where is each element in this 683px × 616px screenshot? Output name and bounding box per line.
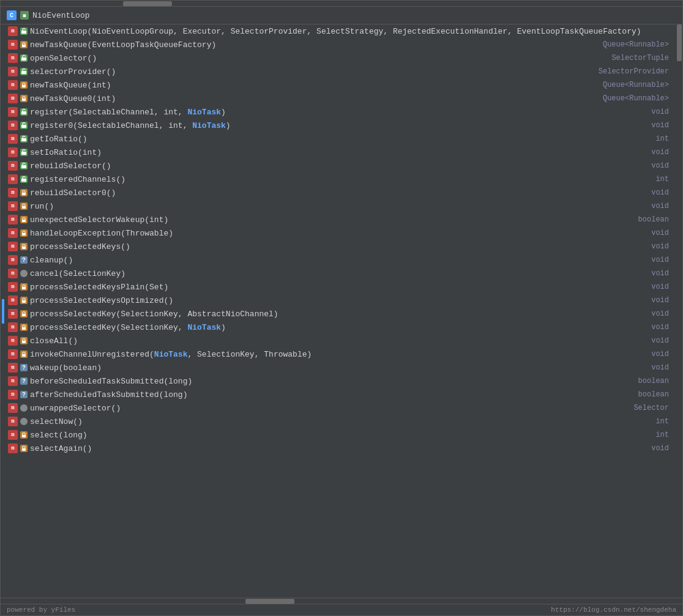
- table-row[interactable]: m rebuildSelector()void: [6, 159, 676, 173]
- svg-rect-24: [22, 448, 26, 451]
- access-icon-open: [20, 176, 28, 183]
- method-name: cancel(SelectionKey): [30, 269, 125, 278]
- svg-rect-10: [21, 165, 26, 168]
- access-icon-lock: [20, 189, 28, 196]
- return-type: void: [600, 256, 674, 264]
- return-type: void: [600, 283, 674, 291]
- table-row[interactable]: m?cleanup()void: [6, 253, 676, 267]
- method-icon: m: [8, 376, 18, 386]
- bottom-bar: powered by yFiles https://blog.csdn.net/…: [1, 604, 682, 615]
- table-row[interactable]: m processSelectedKey(SelectionKey, Abstr…: [6, 307, 676, 321]
- top-scrollbar[interactable]: [1, 1, 682, 7]
- title-bar: C ◼ NioEventLoop: [1, 7, 682, 24]
- method-name: rebuildSelector(): [30, 161, 111, 171]
- table-row[interactable]: m register(SelectableChannel, int, NioTa…: [6, 105, 676, 119]
- table-row[interactable]: m NioEventLoop(NioEventLoopGroup, Execut…: [6, 24, 676, 38]
- return-type: Selector: [600, 404, 674, 412]
- method-name: selectorProvider(): [30, 67, 116, 76]
- table-row[interactable]: m processSelectedKeysOptimized()void: [6, 294, 676, 307]
- method-icon: m: [8, 390, 18, 399]
- table-row[interactable]: m registeredChannels()int: [6, 173, 676, 186]
- table-row[interactable]: m run()void: [6, 199, 676, 213]
- svg-rect-7: [21, 125, 26, 128]
- table-row[interactable]: m newTaskQueue(EventLoopTaskQueueFactory…: [6, 38, 676, 51]
- table-row[interactable]: mselectNow()int: [6, 415, 676, 428]
- method-icon: m: [8, 417, 18, 426]
- table-row[interactable]: m processSelectedKeys()void: [6, 240, 676, 253]
- right-scrollbar-thumb[interactable]: [677, 24, 682, 61]
- table-row[interactable]: m?beforeScheduledTaskSubmitted(long)bool…: [6, 374, 676, 388]
- content-area[interactable]: m NioEventLoop(NioEventLoopGroup, Execut…: [6, 24, 676, 598]
- table-row[interactable]: m newTaskQueue0(int)Queue<Runnable>: [6, 92, 676, 105]
- access-icon-open: [20, 149, 28, 156]
- table-row[interactable]: m unexpectedSelectorWakeup(int)boolean: [6, 213, 676, 226]
- table-row[interactable]: m processSelectedKey(SelectionKey, NioTa…: [6, 321, 676, 334]
- method-name: newTaskQueue(int): [30, 81, 111, 90]
- method-name: processSelectedKeysOptimized(): [30, 296, 173, 305]
- table-row[interactable]: m register0(SelectableChannel, int, NioT…: [6, 119, 676, 132]
- method-icon: m: [8, 309, 18, 319]
- table-row[interactable]: m getIoRatio()int: [6, 132, 676, 146]
- table-row[interactable]: m openSelector()SelectorTuple: [6, 51, 676, 65]
- method-name: NioEventLoop(NioEventLoopGroup, Executor…: [30, 27, 641, 36]
- method-icon: m: [8, 228, 18, 238]
- method-icon: m: [8, 94, 18, 103]
- return-type: boolean: [600, 215, 674, 224]
- table-row[interactable]: munwrappedSelector()Selector: [6, 401, 676, 415]
- method-name: processSelectedKey(SelectionKey, Abstrac…: [30, 310, 278, 319]
- table-row[interactable]: m closeAll()void: [6, 334, 676, 347]
- access-icon-lock: [20, 216, 28, 223]
- access-icon-lock: [20, 445, 28, 452]
- table-row[interactable]: m?afterScheduledTaskSubmitted(long)boole…: [6, 388, 676, 401]
- access-icon-lock: [20, 95, 28, 102]
- access-icon-open: [20, 108, 28, 116]
- method-icon: m: [8, 403, 18, 413]
- return-type: void: [600, 336, 674, 345]
- method-name: setIoRatio(int): [30, 148, 102, 157]
- access-icon-lock: [20, 297, 28, 304]
- main-layout: m NioEventLoop(NioEventLoopGroup, Execut…: [1, 24, 682, 598]
- return-type: int: [600, 431, 674, 439]
- method-icon: m: [8, 53, 18, 63]
- svg-rect-4: [22, 85, 26, 87]
- method-name: run(): [30, 202, 54, 211]
- method-name: afterScheduledTaskSubmitted(long): [30, 390, 187, 399]
- table-row[interactable]: m setIoRatio(int)void: [6, 146, 676, 159]
- table-row[interactable]: m selectorProvider()SelectorProvider: [6, 65, 676, 78]
- method-icon: m: [8, 242, 18, 251]
- table-row[interactable]: m invokeChannelUnregistered(NioTask, Sel…: [6, 347, 676, 361]
- method-name: rebuildSelector0(): [30, 188, 116, 198]
- svg-rect-13: [22, 206, 26, 209]
- access-icon-lock: [20, 283, 28, 291]
- table-row[interactable]: m select(long)int: [6, 428, 676, 442]
- return-type: int: [600, 175, 674, 184]
- svg-rect-15: [22, 233, 26, 236]
- table-row[interactable]: m?wakeup(boolean)void: [6, 361, 676, 374]
- method-name: processSelectedKeys(): [30, 242, 130, 251]
- bottom-scrollbar-thumb[interactable]: [245, 599, 294, 604]
- top-scrollbar-thumb[interactable]: [123, 1, 172, 6]
- access-icon-open: [20, 68, 28, 75]
- access-icon-lock: [20, 81, 28, 89]
- table-row[interactable]: mcancel(SelectionKey)void: [6, 267, 676, 280]
- access-icon-lock: [20, 431, 28, 439]
- table-row[interactable]: m handleLoopException(Throwable)void: [6, 226, 676, 240]
- table-row[interactable]: m processSelectedKeysPlain(Set)void: [6, 280, 676, 294]
- bottom-scrollbar[interactable]: [1, 598, 682, 604]
- return-type: void: [600, 269, 674, 278]
- method-icon: m: [8, 121, 18, 130]
- svg-rect-1: [22, 45, 26, 47]
- return-type: Queue<Runnable>: [600, 81, 674, 89]
- method-icon: m: [8, 134, 18, 144]
- return-type: SelectorProvider: [599, 67, 674, 76]
- table-row[interactable]: m newTaskQueue(int)Queue<Runnable>: [6, 78, 676, 92]
- method-icon: m: [8, 40, 18, 50]
- access-icon-open: [20, 54, 28, 62]
- table-row[interactable]: m rebuildSelector0()void: [6, 186, 676, 199]
- method-name: selectAgain(): [30, 444, 92, 453]
- class-icon: ◼: [20, 11, 29, 20]
- table-row[interactable]: m selectAgain()void: [6, 442, 676, 455]
- left-indicator-bar: [2, 299, 4, 324]
- right-scrollbar[interactable]: [676, 24, 682, 598]
- bottom-left-text: powered by yFiles: [7, 606, 75, 614]
